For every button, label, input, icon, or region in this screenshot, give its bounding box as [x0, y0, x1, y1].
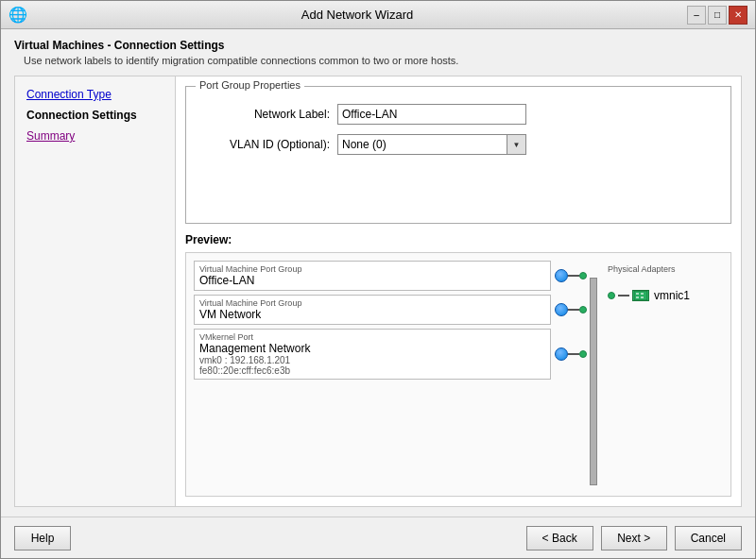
adapter-line [618, 295, 629, 296]
content-area: Virtual Machines - Connection Settings U… [1, 29, 755, 517]
network-label-input[interactable] [337, 104, 526, 125]
green-dot-2 [579, 306, 587, 313]
close-button[interactable]: ✕ [729, 6, 747, 25]
sidebar-item-connection-settings[interactable]: Connection Settings [23, 107, 167, 124]
sidebar: Connection Type Connection Settings Summ… [15, 76, 176, 506]
port-row-office-lan: Virtual Machine Port Group Office-LAN [194, 261, 587, 291]
network-label-text: Network Label: [198, 108, 330, 121]
footer-left: Help [14, 526, 71, 551]
vlan-select[interactable]: None (0) 1 2 100 200 [338, 135, 507, 154]
svg-rect-2 [641, 293, 644, 295]
main-body: Connection Type Connection Settings Summ… [14, 76, 742, 507]
cancel-button[interactable]: Cancel [675, 526, 742, 551]
port-type-office-lan: Virtual Machine Port Group [199, 264, 545, 274]
footer: Help < Back Next > Cancel [1, 517, 755, 558]
window-title: Add Network Wizard [27, 8, 687, 22]
back-button[interactable]: < Back [526, 526, 593, 551]
port-box-vm-network: Virtual Machine Port Group VM Network [194, 295, 551, 325]
help-button[interactable]: Help [14, 526, 71, 551]
vlan-id-row: VLAN ID (Optional): None (0) 1 2 100 200… [198, 134, 719, 155]
port-row-management: VMkernel Port Management Network vmk0 : … [194, 329, 587, 380]
port-name-office-lan: Office-LAN [199, 274, 545, 287]
svg-rect-4 [641, 296, 644, 298]
diagram-wrapper: Virtual Machine Port Group Office-LAN [194, 261, 723, 488]
main-window: 🌐 Add Network Wizard – □ ✕ Virtual Machi… [0, 0, 756, 559]
connector-line-1 [568, 275, 579, 277]
port-box-office-lan: Virtual Machine Port Group Office-LAN [194, 261, 551, 291]
port-group-spacer [198, 155, 719, 212]
connector-line-3 [568, 353, 579, 355]
port-box-management: VMkernel Port Management Network vmk0 : … [194, 329, 551, 380]
globe-icon-1 [555, 269, 568, 282]
right-panel: Port Group Properties Network Label: VLA… [176, 76, 741, 506]
port-type-vm-network: Virtual Machine Port Group [199, 298, 545, 308]
page-description: Use network labels to identify migration… [24, 55, 742, 66]
svg-rect-3 [636, 296, 639, 298]
port-extra-ip: vmk0 : 192.168.1.201 [199, 355, 545, 365]
port-connector-1 [555, 269, 587, 282]
preview-section: Preview: Virtual Machine Port Group Offi… [185, 233, 731, 497]
vswitch-bar [590, 278, 597, 485]
vmnic-icon [632, 290, 649, 301]
port-type-management: VMkernel Port [199, 332, 545, 342]
preview-box: Virtual Machine Port Group Office-LAN [185, 252, 731, 497]
title-bar-left: 🌐 [9, 6, 27, 24]
footer-right: < Back Next > Cancel [526, 526, 742, 551]
port-connector-2 [555, 303, 587, 316]
adapter-row-vmnic1: vmnic1 [608, 289, 723, 302]
adapter-dot [608, 292, 615, 299]
sidebar-item-connection-type[interactable]: Connection Type [23, 86, 167, 103]
minimize-button[interactable]: – [687, 6, 706, 25]
app-icon: 🌐 [9, 6, 27, 24]
port-connector-3 [555, 347, 587, 361]
select-arrow-icon: ▼ [507, 135, 525, 154]
green-dot-3 [579, 350, 587, 358]
next-button[interactable]: Next > [601, 526, 667, 551]
title-bar: 🌐 Add Network Wizard – □ ✕ [1, 1, 755, 29]
svg-rect-1 [636, 293, 639, 295]
page-title: Virtual Machines - Connection Settings [14, 39, 742, 52]
port-group-legend: Port Group Properties [196, 79, 304, 91]
globe-icon-3 [555, 347, 568, 361]
diagram-ports: Virtual Machine Port Group Office-LAN [194, 261, 587, 488]
port-extra-ipv6: fe80::20e:cff:fec6:e3b [199, 365, 545, 376]
adapters-label: Physical Adapters [608, 264, 723, 274]
network-label-row: Network Label: [198, 104, 719, 125]
switch-column [587, 261, 600, 488]
green-dot-1 [579, 272, 587, 280]
globe-icon-2 [555, 303, 568, 316]
port-group-box: Port Group Properties Network Label: VLA… [185, 86, 731, 224]
maximize-button[interactable]: □ [708, 6, 727, 25]
port-name-vm-network: VM Network [199, 308, 545, 321]
vlan-label-text: VLAN ID (Optional): [198, 138, 330, 151]
port-row-vm-network: Virtual Machine Port Group VM Network [194, 295, 587, 325]
sidebar-item-summary[interactable]: Summary [23, 127, 167, 144]
vmnic-label: vmnic1 [654, 289, 690, 302]
title-bar-controls: – □ ✕ [687, 6, 747, 25]
preview-label: Preview: [185, 233, 731, 246]
header-section: Virtual Machines - Connection Settings U… [14, 39, 742, 66]
vlan-select-wrapper: None (0) 1 2 100 200 ▼ [337, 134, 526, 155]
connector-line-2 [568, 309, 579, 311]
svg-rect-0 [634, 291, 647, 300]
adapters-column: Physical Adapters [600, 261, 723, 488]
port-name-management: Management Network [199, 342, 545, 355]
